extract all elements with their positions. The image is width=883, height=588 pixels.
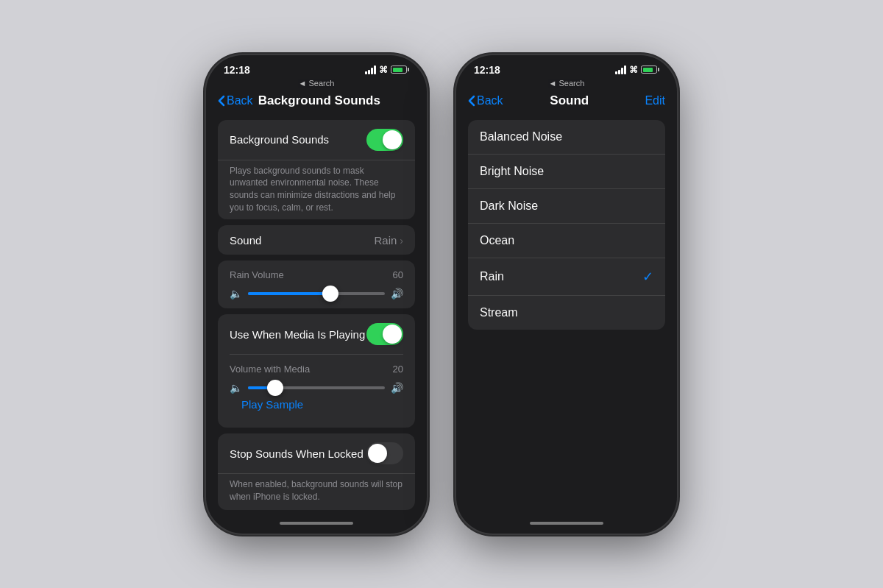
left-status-icons: ⌘ — [365, 65, 409, 75]
right-status-bar: 12:18 ⌘ — [456, 55, 677, 79]
rain-volume-fill — [248, 292, 330, 295]
rain-volume-thumb[interactable] — [322, 286, 338, 302]
right-wifi-icon: ⌘ — [629, 65, 638, 75]
left-home-bar — [280, 522, 353, 525]
use-when-media-toggle-knob — [383, 325, 402, 344]
phones-container: 12:18 ⌘ ◄ Search — [206, 55, 677, 534]
sound-item-stream[interactable]: Stream — [468, 296, 665, 330]
sound-item-balanced-noise[interactable]: Balanced Noise — [468, 120, 665, 155]
use-when-media-label: Use When Media Is Playing — [230, 328, 365, 341]
vol-low-icon-2: 🔈 — [230, 382, 242, 394]
background-sounds-label: Background Sounds — [230, 133, 329, 146]
sound-item-bright-noise[interactable]: Bright Noise — [468, 155, 665, 189]
signal-icon — [365, 65, 376, 74]
background-sounds-description: Plays background sounds to mask unwanted… — [218, 160, 415, 220]
sound-item-label-dark-noise: Dark Noise — [480, 199, 538, 213]
right-battery-icon — [641, 65, 659, 74]
chevron-left-icon — [218, 95, 225, 107]
rain-volume-track[interactable] — [248, 292, 385, 295]
left-search-subtitle: ◄ Search — [299, 79, 335, 88]
volume-media-slider-row: 🔈 🔊 — [230, 382, 403, 394]
use-when-media-row[interactable]: Use When Media Is Playing — [230, 323, 403, 355]
rain-volume-slider-row: 🔈 🔊 — [230, 288, 403, 300]
toggle-knob — [383, 130, 402, 149]
stop-sounds-card: Stop Sounds When Locked When enabled, ba… — [218, 433, 415, 509]
right-status-subtitle: ◄ Search — [456, 79, 677, 91]
stop-sounds-toggle-knob — [368, 444, 387, 463]
sound-list: Balanced Noise Bright Noise Dark Noise O… — [468, 120, 665, 330]
volume-media-track[interactable] — [248, 386, 385, 389]
rain-volume-card: Rain Volume 60 🔈 🔊 — [218, 261, 415, 308]
right-home-bar — [530, 522, 603, 525]
vol-high-icon-2: 🔊 — [391, 382, 403, 394]
sound-item-rain[interactable]: Rain ✓ — [468, 258, 665, 296]
wifi-icon: ⌘ — [379, 65, 388, 75]
background-sounds-card: Background Sounds Plays background sound… — [218, 120, 415, 220]
right-nav-bar: Back Sound Edit — [456, 91, 677, 114]
sound-value-group: Rain › — [374, 234, 403, 247]
sound-item-label-bright-noise: Bright Noise — [480, 165, 544, 178]
sound-item-label-rain: Rain — [480, 270, 504, 283]
left-status-bar: 12:18 ⌘ — [206, 55, 427, 79]
left-back-button[interactable]: Back — [218, 94, 253, 107]
right-status-icons: ⌘ — [615, 65, 659, 75]
left-home-indicator — [206, 516, 427, 534]
left-phone-content: Background Sounds Plays background sound… — [206, 114, 427, 516]
right-phone-content: Balanced Noise Bright Noise Dark Noise O… — [456, 114, 677, 516]
checkmark-icon: ✓ — [642, 269, 653, 285]
volume-low-icon: 🔈 — [230, 288, 242, 300]
sound-item-dark-noise[interactable]: Dark Noise — [468, 189, 665, 224]
right-search-subtitle: ◄ Search — [549, 79, 585, 88]
media-card: Use When Media Is Playing Volume with Me… — [218, 314, 415, 428]
right-page-title: Sound — [503, 93, 636, 108]
sound-value: Rain — [374, 234, 397, 247]
sound-item-label-ocean: Ocean — [480, 234, 514, 247]
left-phone: 12:18 ⌘ ◄ Search — [206, 55, 427, 534]
right-signal-icon — [615, 65, 626, 74]
sound-item-label-balanced-noise: Balanced Noise — [480, 130, 562, 144]
battery-icon — [391, 65, 409, 74]
volume-media-thumb[interactable] — [267, 380, 283, 396]
chevron-right-icon: › — [400, 235, 403, 247]
right-back-label: Back — [477, 94, 503, 107]
rain-volume-header: Rain Volume 60 — [230, 269, 403, 280]
rain-volume-label: Rain Volume — [230, 269, 284, 280]
sound-row[interactable]: Sound Rain › — [218, 225, 415, 255]
background-sounds-toggle[interactable] — [366, 129, 403, 151]
sound-item-label-stream: Stream — [480, 306, 518, 319]
right-back-button[interactable]: Back — [468, 94, 503, 107]
sound-item-ocean[interactable]: Ocean — [468, 224, 665, 258]
play-sample-area: Play Sample — [230, 394, 403, 419]
use-when-media-toggle[interactable] — [366, 323, 403, 345]
stop-sounds-row[interactable]: Stop Sounds When Locked — [218, 433, 415, 474]
play-sample-button[interactable]: Play Sample — [241, 398, 303, 411]
volume-media-header: Volume with Media 20 — [230, 364, 403, 375]
sound-card: Sound Rain › — [218, 225, 415, 255]
sound-label: Sound — [230, 234, 261, 247]
stop-sounds-toggle[interactable] — [366, 442, 403, 464]
right-time: 12:18 — [474, 64, 500, 76]
volume-high-icon: 🔊 — [391, 288, 403, 300]
rain-volume-value: 60 — [393, 269, 403, 280]
right-phone: 12:18 ⌘ ◄ Search — [456, 55, 677, 534]
right-edit-button[interactable]: Edit — [636, 94, 665, 107]
left-time: 12:18 — [224, 64, 250, 76]
left-page-title: Background Sounds — [253, 93, 386, 108]
right-chevron-left-icon — [468, 95, 475, 107]
stop-sounds-description: When enabled, background sounds will sto… — [218, 474, 415, 509]
right-home-indicator — [456, 516, 677, 534]
left-status-subtitle: ◄ Search — [206, 79, 427, 91]
volume-media-value: 20 — [393, 364, 403, 375]
background-sounds-row[interactable]: Background Sounds — [218, 120, 415, 160]
volume-media-label: Volume with Media — [230, 364, 310, 375]
left-nav-bar: Back Background Sounds — [206, 91, 427, 114]
stop-sounds-label: Stop Sounds When Locked — [230, 447, 364, 460]
left-back-label: Back — [227, 94, 253, 107]
